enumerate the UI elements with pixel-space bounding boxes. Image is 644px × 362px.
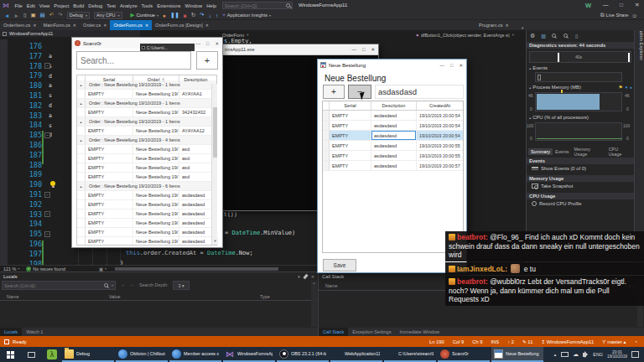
save-icon[interactable]: ▤ (40, 12, 45, 18)
fold-marker-icon[interactable]: – (44, 231, 50, 237)
pin-icon[interactable] (303, 274, 308, 280)
description-input[interactable] (375, 85, 464, 99)
taskbar-app-button[interactable]: Oblivion | Chillout ... (116, 347, 168, 362)
issues-status[interactable]: No issues found (33, 266, 65, 272)
settings-gear-icon[interactable]: ⚙ (530, 33, 535, 39)
maximize-icon[interactable]: □ (450, 63, 453, 68)
stop-icon[interactable]: ■ (184, 13, 187, 18)
table-row[interactable]: ▴ Order : Neue Bestellung 19/10/2019 - 4… (77, 136, 216, 145)
add-order-button[interactable]: + (196, 51, 218, 70)
table-row[interactable]: ▴ EMPTY Neue Bestellung 19/... AYAYAA12 (77, 127, 216, 136)
tab-list-dropdown-icon[interactable]: ▾ (522, 26, 523, 30)
menu-item[interactable]: Test (105, 3, 118, 8)
step-out-icon[interactable]: ↑ (216, 13, 218, 18)
undo-icon[interactable]: ↶ (49, 12, 54, 18)
fold-marker-icon[interactable]: – (44, 63, 50, 69)
menu-item[interactable]: File (13, 3, 24, 8)
hot-reload-icon[interactable]: ● (163, 13, 166, 18)
table-row[interactable]: ▴ EMPTY Neue Bestellung 19/... asdasdasd (77, 200, 216, 209)
speaker-icon[interactable] (583, 353, 586, 357)
table-row[interactable]: ▴ EMPTY Neue Bestellung 19/... asd (77, 154, 216, 163)
locals-header[interactable]: Locals ▾ ✕ (0, 272, 318, 281)
close-tab-icon[interactable]: ✕ (73, 23, 76, 28)
continue-button[interactable]: Continue (137, 13, 155, 18)
diag-tab[interactable]: Memory Usage (572, 146, 606, 158)
collapse-icon[interactable]: ▴ (529, 116, 531, 120)
search-depth-dropdown[interactable]: 3 ▾ (173, 281, 190, 290)
taskbar-app-button[interactable]: WebApplication11.... (330, 347, 382, 362)
lightbulb-icon[interactable] (50, 181, 55, 186)
table-row[interactable]: EMPTY asdasdasd 19/10/2019 20:00:55 (323, 151, 463, 161)
onedrive-cloud-icon[interactable]: ☁ (573, 351, 579, 358)
zoom-out-icon[interactable] (564, 34, 568, 38)
new-file-icon[interactable]: ▯ (23, 12, 27, 18)
menu-item[interactable]: Debug (86, 3, 105, 8)
open-folder-icon[interactable]: ▣ (30, 12, 35, 18)
collapse-icon[interactable]: ▴ (529, 85, 531, 90)
table-row[interactable]: ▴ EMPTY Neue Bestellung 19/... asd (77, 163, 216, 173)
taskbar-app-button[interactable]: OBS 23.2.1 (64-bit, ... (277, 347, 329, 362)
table-row[interactable]: EMPTY asdasdasd 19/10/2019 20:00:54 (323, 131, 463, 141)
fold-marker-icon[interactable]: – (44, 192, 50, 198)
minimize-icon[interactable]: — (440, 63, 445, 68)
start-button[interactable] (7, 351, 14, 359)
menu-item[interactable]: Build (71, 3, 86, 8)
taskbar-app-button[interactable]: C:\Users\stream\D... (384, 347, 436, 362)
column-header-createdat[interactable]: CreatedAt (417, 101, 463, 110)
collapse-group-icon[interactable]: ▴ (80, 120, 81, 124)
snapshot-doc-icon[interactable]: ▯ (575, 33, 578, 39)
column-header-serial[interactable]: Serial (330, 101, 371, 110)
search-input[interactable] (223, 3, 286, 8)
console-title-fragment[interactable]: C:\Users\... (140, 44, 195, 51)
maximize-icon[interactable]: □ (620, 2, 623, 8)
document-tab[interactable]: OrderForm.cs [Design]✕ (152, 20, 212, 30)
menu-item[interactable]: Analyze (117, 3, 139, 8)
lambda-app-icon[interactable]: λ (47, 349, 57, 359)
line-indicator[interactable]: Ln 190 (429, 339, 444, 344)
navigate-back-icon[interactable]: ◄ (4, 13, 9, 18)
document-tab[interactable]: Order.cs✕ (80, 20, 110, 30)
taskbar-app-button[interactable]: Member access op... (169, 347, 221, 362)
cell-description[interactable]: asdasdasd (371, 161, 417, 170)
table-row[interactable]: ▴ EMPTY Neue Bestellung 19/... AYAYAA1 (77, 90, 216, 99)
chat-username[interactable]: IamJinxedLoL: (457, 265, 507, 273)
table-row[interactable]: ▴ EMPTY Neue Bestellung 19/... asdasdasd (77, 228, 216, 237)
collapse-icon[interactable]: ▴ (529, 66, 531, 70)
maximize-icon[interactable]: □ (206, 41, 209, 46)
diag-tab[interactable]: CPU Usage (606, 146, 634, 158)
column-header-description[interactable]: Description (179, 75, 212, 83)
pending-changes[interactable]: ✎ 11 (522, 339, 533, 344)
taskbar-app-button[interactable]: Scanz0r (438, 347, 490, 362)
indicator-icon[interactable]: ▣ (99, 266, 103, 272)
cell-description[interactable]: asdasdasd (371, 111, 417, 120)
continue-icon[interactable]: ▶ (131, 12, 135, 18)
clock[interactable]: 20:01 19/10/2019 (607, 350, 627, 359)
breadcrumb-member[interactable]: dfButton1_Click(object sender, EventArgs… (421, 33, 510, 38)
table-row[interactable]: ▴ EMPTY Neue Bestellung 19/... asd (77, 145, 216, 154)
table-row[interactable]: EMPTY asdasdasd 19/10/2019 20:00:55 (323, 141, 463, 151)
table-row[interactable]: ▴ EMPTY Neue Bestellung 19/... asdasdasd (77, 191, 216, 200)
search-input[interactable] (3, 283, 104, 288)
table-row[interactable]: ▴ EMPTY Neue Bestellung 19/... asdasdasd (77, 209, 216, 219)
close-tab-icon[interactable]: ✕ (506, 23, 509, 28)
collapse-group-icon[interactable]: ▴ (80, 101, 81, 106)
table-row[interactable]: ▴ EMPTY Neue Bestellung 19/... asdasdasd (77, 219, 216, 228)
document-tab[interactable]: OrderForm.cs✕ (110, 20, 152, 30)
diag-tab[interactable]: Events (553, 148, 571, 155)
zoom-in-icon[interactable] (552, 34, 556, 38)
gc-icon[interactable]: ● (630, 85, 632, 90)
document-tab[interactable]: OrderItem.cs✕ (0, 20, 40, 30)
maximize-icon[interactable]: □ (362, 47, 365, 52)
horizontal-scrollbar[interactable] (115, 267, 278, 271)
scanzor-window[interactable]: Scanz0r — □ ✕ + Serial Order ↑ Descripti… (71, 37, 223, 248)
record-cpu-link[interactable]: Record CPU Profile (539, 201, 582, 206)
insert-mode-indicator[interactable]: INS (491, 339, 499, 344)
solution-explorer-tab[interactable]: Solution Explorer (634, 20, 644, 251)
add-item-button[interactable]: + (323, 85, 345, 99)
table-row[interactable]: EMPTY asdasdasd 19/10/2019 20:00:54 (323, 111, 463, 121)
live-share-button[interactable]: ⧉ Live Share (600, 12, 628, 18)
restart-icon[interactable]: ↻ (191, 12, 195, 18)
application-insights-dropdown[interactable]: Application Insights (227, 13, 267, 18)
column-header-name[interactable]: Name (325, 283, 337, 288)
taskbar-app-button[interactable]: Debug (62, 347, 114, 362)
